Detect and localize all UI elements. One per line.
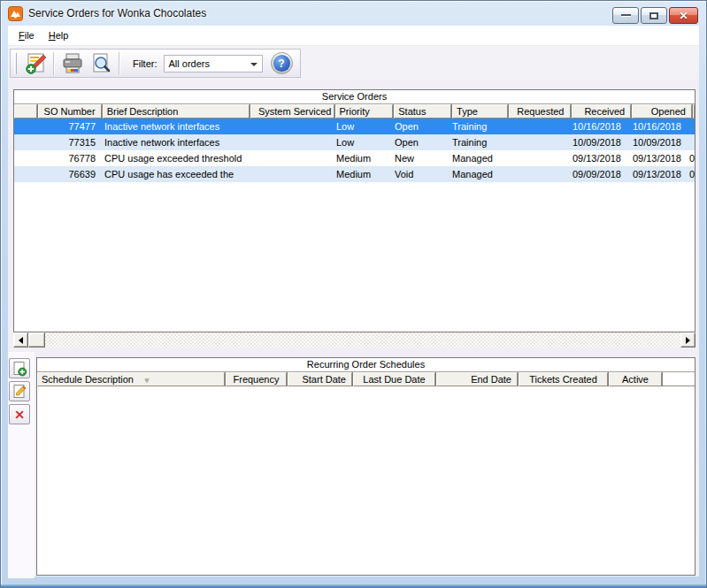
col-header-start-date[interactable]: Start Date bbox=[288, 372, 352, 386]
edit-schedule-icon bbox=[12, 384, 27, 400]
menubar: File Help bbox=[8, 26, 699, 46]
col-header-active[interactable]: Active bbox=[609, 372, 662, 386]
menu-help-rest: elp bbox=[56, 30, 69, 41]
col-header-requested[interactable]: Requested bbox=[509, 104, 571, 118]
so-number: 77315 bbox=[37, 134, 101, 150]
so-number: 77477 bbox=[37, 118, 101, 134]
edit-schedule-button[interactable] bbox=[9, 381, 30, 401]
brief-description: CPU usage exceeded threshold bbox=[101, 150, 249, 166]
col-header-received[interactable]: Received bbox=[572, 104, 632, 118]
chevron-down-icon bbox=[250, 63, 257, 66]
status: Open bbox=[391, 118, 449, 134]
col-header-selector[interactable] bbox=[14, 104, 37, 118]
horizontal-scrollbar[interactable] bbox=[13, 332, 695, 347]
service-orders-grid: Service Orders SO Number Brief Descripti… bbox=[13, 89, 695, 332]
minimize-icon bbox=[621, 14, 631, 17]
toolbar-panel: Filter: All orders ? bbox=[10, 49, 301, 78]
add-schedule-button[interactable] bbox=[9, 358, 30, 378]
brief-description: Inactive network interfaces bbox=[101, 134, 249, 150]
arrow-right-icon bbox=[686, 337, 690, 344]
so-number: 76639 bbox=[37, 166, 101, 182]
app-logo-icon bbox=[8, 6, 23, 21]
recurring-toolbar: ✕ bbox=[9, 358, 30, 424]
table-row[interactable]: 77477 Inactive network interfaces Low Op… bbox=[14, 118, 695, 134]
col-header-frequency[interactable]: Frequency bbox=[226, 372, 287, 386]
add-schedule-icon bbox=[12, 361, 27, 377]
toolbar-grip-handle[interactable] bbox=[14, 53, 17, 74]
titlebar[interactable]: Service Orders for Wonka Chocolates ✕ bbox=[1, 1, 706, 26]
service-orders-header: SO Number Brief Description System Servi… bbox=[14, 104, 695, 118]
received-date: 09/09/2018 bbox=[566, 166, 626, 182]
schedule-description-label: Schedule Description bbox=[42, 374, 134, 385]
window-title: Service Orders for Wonka Chocolates bbox=[28, 7, 206, 19]
print-preview-button[interactable] bbox=[87, 50, 115, 76]
recurring-header: Schedule Description ▼ Frequency Start D… bbox=[37, 372, 695, 386]
type: Training bbox=[449, 118, 504, 134]
toolbar-separator bbox=[53, 52, 55, 75]
scrollbar-thumb[interactable] bbox=[28, 332, 45, 347]
col-header-tickets-created[interactable]: Tickets Created bbox=[519, 372, 608, 386]
close-icon: ✕ bbox=[679, 11, 688, 21]
so-number: 76778 bbox=[37, 150, 101, 166]
service-orders-body: 77477 Inactive network interfaces Low Op… bbox=[14, 118, 695, 182]
filter-value: All orders bbox=[169, 58, 210, 69]
col-header-system-serviced[interactable]: System Serviced bbox=[250, 104, 334, 118]
app-window: Service Orders for Wonka Chocolates ✕ Fi… bbox=[0, 0, 707, 588]
delete-schedule-icon: ✕ bbox=[14, 409, 25, 421]
col-header-so-number[interactable]: SO Number bbox=[38, 104, 102, 118]
recurring-caption: Recurring Order Schedules bbox=[37, 358, 695, 372]
priority: Low bbox=[333, 118, 391, 134]
col-header-schedule-description[interactable]: Schedule Description ▼ bbox=[37, 372, 225, 386]
col-header-overflow bbox=[693, 104, 695, 118]
status: New bbox=[391, 150, 449, 166]
help-button[interactable]: ? bbox=[271, 52, 293, 74]
type: Training bbox=[449, 134, 504, 150]
col-header-opened[interactable]: Opened bbox=[632, 104, 692, 118]
received-date: 09/13/2018 bbox=[566, 150, 626, 166]
toolbar: Filter: All orders ? bbox=[8, 46, 699, 80]
col-header-priority[interactable]: Priority bbox=[335, 104, 394, 118]
overflow-cell: 0 bbox=[687, 150, 695, 166]
status: Open bbox=[391, 134, 449, 150]
col-header-end-date[interactable]: End Date bbox=[436, 372, 518, 386]
help-icon: ? bbox=[273, 55, 290, 72]
maximize-button[interactable] bbox=[641, 7, 667, 24]
maximize-icon bbox=[649, 12, 658, 19]
table-row[interactable]: 76778 CPU usage exceeded threshold Mediu… bbox=[14, 150, 695, 166]
delete-schedule-button[interactable]: ✕ bbox=[9, 404, 30, 424]
print-button[interactable] bbox=[58, 50, 87, 76]
priority: Medium bbox=[333, 166, 391, 182]
brief-description: CPU usage has exceeded the bbox=[101, 166, 249, 182]
service-orders-caption: Service Orders bbox=[14, 90, 695, 104]
status: Void bbox=[391, 166, 449, 182]
recurring-schedules-grid: Recurring Order Schedules Schedule Descr… bbox=[36, 357, 695, 576]
menu-help-accel: H bbox=[49, 30, 56, 41]
opened-date: 10/09/2018 bbox=[626, 134, 687, 150]
overflow-cell: 0 bbox=[687, 166, 695, 182]
toolbar-separator bbox=[119, 52, 120, 75]
scrollbar-track[interactable] bbox=[45, 332, 680, 347]
filter-dropdown[interactable]: All orders bbox=[164, 55, 263, 73]
opened-date: 09/13/2018 bbox=[626, 166, 687, 182]
minimize-button[interactable] bbox=[612, 7, 639, 24]
col-header-brief-description[interactable]: Brief Description bbox=[103, 104, 250, 118]
col-header-last-due-date[interactable]: Last Due Date bbox=[353, 372, 435, 386]
col-header-type[interactable]: Type bbox=[452, 104, 508, 118]
print-icon bbox=[61, 52, 84, 75]
new-service-order-button[interactable] bbox=[21, 50, 50, 76]
menu-file-accel: F bbox=[19, 30, 25, 41]
received-date: 10/09/2018 bbox=[566, 134, 626, 150]
menu-file[interactable]: File bbox=[12, 27, 42, 44]
received-date: 10/16/2018 bbox=[566, 118, 626, 134]
close-button[interactable]: ✕ bbox=[669, 7, 698, 24]
type: Managed bbox=[449, 150, 504, 166]
type: Managed bbox=[449, 166, 504, 182]
scroll-left-button[interactable] bbox=[13, 332, 28, 347]
table-row[interactable]: 76639 CPU usage has exceeded the Medium … bbox=[14, 166, 695, 182]
table-row[interactable]: 77315 Inactive network interfaces Low Op… bbox=[14, 134, 695, 150]
menu-file-rest: ile bbox=[25, 30, 35, 41]
col-header-status[interactable]: Status bbox=[394, 104, 451, 118]
scroll-right-button[interactable] bbox=[680, 332, 695, 347]
menu-help[interactable]: Help bbox=[42, 27, 76, 44]
opened-date: 09/13/2018 bbox=[626, 150, 687, 166]
